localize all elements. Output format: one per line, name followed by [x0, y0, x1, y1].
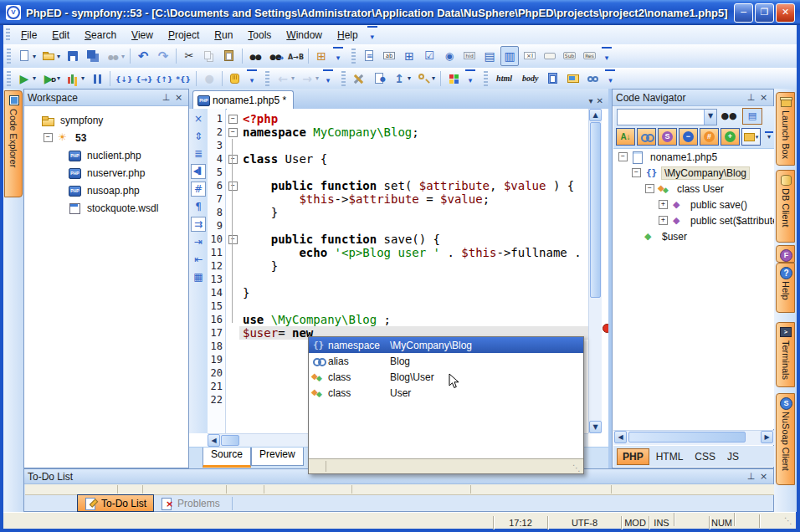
side-tab-nusoap-client[interactable]: NuSoap Client: [776, 393, 795, 485]
vscroll-thumb[interactable]: [590, 122, 601, 298]
toolbar-grip[interactable]: [484, 71, 488, 86]
accounts-icon[interactable]: ▾: [414, 69, 437, 89]
toolbar-grip[interactable]: [341, 71, 346, 86]
collapse-icon[interactable]: −: [645, 184, 654, 193]
completion-item-user[interactable]: classUser: [309, 385, 583, 401]
minimize-button[interactable]: ─: [734, 3, 753, 23]
hidden-field-icon[interactable]: [460, 46, 479, 66]
deploy-icon[interactable]: ▾: [390, 69, 413, 89]
replace-icon[interactable]: [286, 46, 305, 66]
back-icon[interactable]: ▾: [274, 69, 296, 89]
menu-file[interactable]: File: [13, 27, 44, 43]
bottom-tab-to-do-list[interactable]: To-Do List: [77, 494, 154, 512]
tree-item-sympfony[interactable]: sympfony: [25, 111, 187, 129]
side-tab-help[interactable]: Help: [776, 263, 795, 313]
restore-button[interactable]: ❐: [755, 3, 774, 23]
close-icon[interactable]: ×: [191, 111, 206, 126]
clipboard-blue-icon[interactable]: [544, 69, 562, 89]
alias-toggle-icon[interactable]: [637, 128, 656, 146]
public-toggle-icon[interactable]: +: [721, 128, 740, 146]
html-tag-button[interactable]: html: [492, 69, 516, 89]
menu-help[interactable]: Help: [330, 27, 366, 43]
codenav-search-input[interactable]: [618, 110, 704, 125]
copy-icon[interactable]: [200, 46, 218, 66]
codenav-listview-toggle[interactable]: ▤: [742, 108, 762, 125]
toolbar-grip[interactable]: [351, 49, 356, 64]
toolbar-overflow-button[interactable]: ▾: [602, 47, 612, 65]
toolbar-grip[interactable]: [265, 71, 269, 86]
redo-icon[interactable]: [154, 46, 172, 66]
menu-edit[interactable]: Edit: [44, 27, 77, 43]
input-icon[interactable]: [521, 46, 539, 66]
editor-vertical-scrollbar[interactable]: ▲ ▼: [588, 109, 602, 433]
codenav-horizontal-scrollbar[interactable]: ◀ ▶: [613, 430, 774, 445]
toolbar-grip[interactable]: [7, 49, 11, 64]
private-toggle-icon[interactable]: −: [679, 128, 698, 146]
scroll-left-icon[interactable]: ◀: [208, 434, 220, 447]
tree-item-public-set-attribute-[interactable]: +public set($attribute,: [613, 212, 774, 228]
tree-item-nuserver-php[interactable]: nuserver.php: [25, 164, 187, 182]
completion-item--mycompany-blog[interactable]: namespace\MyCompany\Blog: [309, 337, 583, 353]
side-tab-db-client[interactable]: DB Client: [776, 170, 795, 243]
step-out-icon[interactable]: [154, 69, 172, 89]
resize-grip-icon[interactable]: ⋱: [572, 463, 581, 473]
lang-tab-php[interactable]: PHP: [617, 448, 649, 465]
run-to-cursor-icon[interactable]: [174, 69, 192, 89]
resize-grip-icon[interactable]: ⋱: [759, 514, 796, 528]
body-tag-button[interactable]: body: [518, 69, 542, 89]
tree-item-stockquote-wsdl[interactable]: stockquote.wsdl: [25, 199, 187, 217]
tree-item-nuclient-php[interactable]: nuclient.php: [25, 146, 187, 164]
run-debug-icon[interactable]: ▾: [39, 69, 62, 89]
lang-tab-html[interactable]: HTML: [651, 449, 689, 464]
tree-item--mycompany-blog[interactable]: −\MyCompany\Blog: [613, 165, 774, 181]
close-icon[interactable]: ×: [757, 92, 770, 104]
listbox-icon[interactable]: [480, 46, 499, 66]
menu-grip[interactable]: [6, 28, 10, 42]
completion-item-blog-user[interactable]: classBlog\User: [309, 369, 583, 385]
menu-run[interactable]: Run: [207, 27, 240, 43]
bottom-tab-problems[interactable]: Problems: [154, 495, 227, 511]
lang-tab-js[interactable]: JS: [722, 449, 744, 464]
fold-collapse-icon[interactable]: −: [228, 182, 238, 191]
lang-tab-css[interactable]: CSS: [690, 449, 721, 464]
chevron-down-icon[interactable]: ▼: [704, 110, 716, 125]
tree-item-class-user[interactable]: −class User: [613, 181, 774, 197]
toolbar-overflow-button[interactable]: ▾: [605, 69, 615, 88]
completion-item-blog[interactable]: aliasBlog: [309, 353, 583, 369]
pin-icon[interactable]: ⊥: [745, 471, 757, 483]
monitor-icon[interactable]: ▦: [191, 269, 206, 284]
menu-view[interactable]: View: [124, 27, 161, 43]
find-icon[interactable]: [246, 46, 264, 66]
colors-icon[interactable]: [444, 69, 463, 89]
undo-icon[interactable]: [134, 46, 152, 66]
gutter-toggle-icon[interactable]: ◀▌: [191, 164, 206, 179]
form-icon[interactable]: [360, 46, 378, 66]
close-icon[interactable]: ×: [757, 471, 770, 483]
fold-collapse-icon[interactable]: −: [228, 155, 238, 164]
indent-icon[interactable]: ⇥: [191, 234, 206, 249]
side-tab-terminals[interactable]: Terminals: [776, 322, 795, 387]
toolbar-overflow-button[interactable]: ▾: [323, 69, 333, 88]
menu-overflow-button[interactable]: ▾: [367, 26, 377, 44]
radio-icon[interactable]: [440, 46, 459, 66]
unindent-icon[interactable]: ⇤: [191, 252, 206, 267]
link-icon[interactable]: [584, 69, 603, 89]
pilcrow-icon[interactable]: ¶: [191, 199, 206, 214]
fold-collapse-icon[interactable]: −: [228, 128, 238, 137]
collapse-icon[interactable]: −: [632, 168, 641, 177]
frame-icon[interactable]: [312, 46, 331, 66]
filter-icon[interactable]: ▾: [741, 128, 761, 146]
outline-icon[interactable]: ⇉: [191, 217, 206, 232]
hscroll-thumb[interactable]: [221, 435, 239, 446]
scroll-down-icon[interactable]: ▼: [589, 421, 602, 433]
sort-alpha-icon[interactable]: A↓: [616, 128, 635, 146]
codenav-find-button[interactable]: ●●: [719, 108, 739, 125]
button-icon[interactable]: [541, 46, 559, 66]
side-tab-f-circle-icon[interactable]: [776, 245, 795, 263]
open-file-icon[interactable]: ▾: [39, 46, 62, 66]
tree-item-public-save-[interactable]: +public save(): [613, 197, 774, 212]
menu-project[interactable]: Project: [161, 27, 207, 43]
tree-item-noname1-php5[interactable]: −noname1.php5: [613, 149, 774, 165]
scroll-left-icon[interactable]: ◀: [614, 431, 627, 443]
run-icon[interactable]: ▾: [15, 69, 38, 89]
